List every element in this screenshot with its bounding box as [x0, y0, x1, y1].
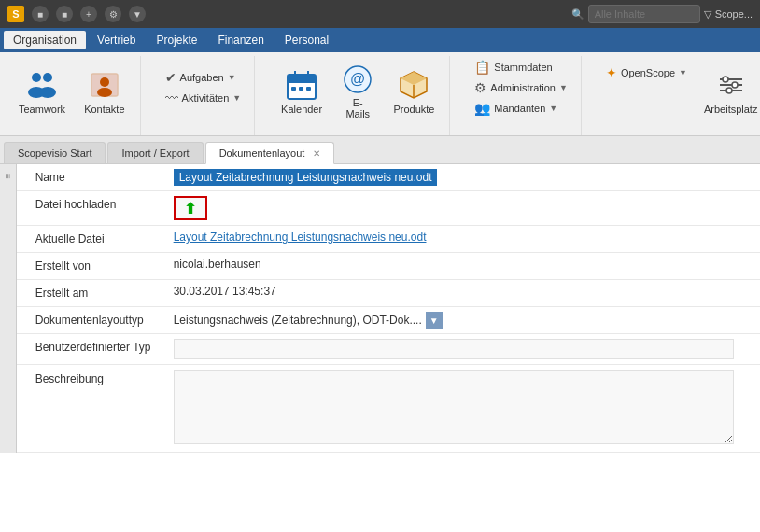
field-desc-value — [166, 365, 760, 453]
field-name-label: Name — [17, 164, 166, 191]
mandanten-icon: 👥 — [474, 101, 490, 116]
svg-point-6 — [97, 88, 112, 97]
add-btn[interactable]: + — [80, 6, 97, 22]
ribbon-group-comm: Kalender @ E-Mails — [266, 56, 450, 135]
produkte-btn[interactable]: Produkte — [387, 60, 443, 123]
menu-vertrieb[interactable]: Vertrieb — [88, 31, 145, 49]
field-name-value: Layout Zeitabrechnung Leistungsnachweis … — [166, 164, 760, 191]
upload-button[interactable]: ⬆ — [174, 196, 207, 220]
field-date-value: 30.03.2017 13:45:37 — [166, 280, 760, 307]
produkte-label: Produkte — [393, 104, 434, 115]
administration-arrow: ▼ — [559, 83, 568, 92]
ribbon-group-tasks: ✔ Aufgaben ▼ 〰 Aktivitäten ▼ — [152, 56, 256, 135]
menu-btn[interactable]: ▼ — [129, 6, 146, 22]
layouttype-dropdown: Leistungsnachweis (Zeitabrechnung), ODT-… — [174, 312, 753, 329]
stammdaten-btn[interactable]: 📋 Stammdaten — [469, 58, 573, 77]
kontakte-label: Kontakte — [84, 104, 124, 115]
field-current-file-row: Aktuelle Datei Layout Zeitabrechnung Lei… — [17, 226, 760, 253]
sidebar-label: ≡ — [3, 174, 13, 179]
search-icon: 🔍 — [571, 8, 584, 21]
aufgaben-icon: ✔ — [165, 70, 176, 85]
nav-back-btn[interactable]: ■ — [32, 6, 49, 22]
ribbon-group-main: Teamwork Kontakte — [4, 56, 141, 135]
field-desc-label: Beschreibung — [17, 365, 166, 453]
aktivitaten-btn[interactable]: 〰 Aktivitäten ▼ — [160, 89, 247, 107]
field-name-highlighted[interactable]: Layout Zeitabrechnung Leistungsnachweis … — [174, 169, 438, 186]
emails-btn[interactable]: @ E-Mails — [333, 60, 382, 123]
aufgaben-btn[interactable]: ✔ Aufgaben ▼ — [160, 68, 247, 87]
field-desc-row: Beschreibung — [17, 365, 760, 453]
svg-rect-12 — [299, 87, 303, 91]
content-wrapper: ≡ Name Layout Zeitabrechnung Leistungsna… — [0, 164, 760, 453]
nav-forward-btn[interactable]: ■ — [56, 6, 73, 22]
tab-dokumentenlayout[interactable]: Dokumentenlayout ✕ — [205, 142, 335, 164]
teamwork-btn[interactable]: Teamwork — [11, 60, 73, 123]
openscope-icon: ✦ — [606, 65, 617, 80]
tab-scopevisio[interactable]: Scopevisio Start — [4, 142, 106, 163]
app-icon: S — [7, 6, 24, 22]
arbeitsplatz-icon — [714, 68, 748, 102]
menu-projekte[interactable]: Projekte — [147, 31, 206, 49]
field-upload-value: ⬆ — [166, 191, 760, 226]
svg-point-1 — [43, 73, 52, 82]
desc-textarea[interactable] — [174, 370, 734, 444]
aktivitaten-label: Aktivitäten — [182, 92, 230, 104]
ribbon: Teamwork Kontakte ✔ Aufgaben ▼ — [0, 52, 760, 136]
svg-point-24 — [726, 88, 732, 93]
scope-label: Scope... — [715, 8, 753, 20]
arbeitsplatz-btn[interactable]: Arbeitsplatz — [697, 60, 760, 123]
layouttype-dropdown-arrow[interactable]: ▼ — [426, 312, 443, 329]
openscope-area: ✦ OpenScope ▼ — [600, 60, 693, 82]
ribbon-admin-small-group: 📋 Stammdaten ⚙ Administration ▼ 👥 Mandan… — [469, 56, 573, 119]
current-file-link[interactable]: Layout Zeitabrechnung Leistungsnachweis … — [174, 231, 427, 244]
stammdaten-label: Stammdaten — [494, 62, 552, 73]
administration-icon: ⚙ — [474, 80, 486, 95]
mandanten-label: Mandanten — [494, 103, 545, 114]
ribbon-group-admin: 📋 Stammdaten ⚙ Administration ▼ 👥 Mandan… — [461, 56, 582, 135]
field-date-label: Erstellt am — [17, 280, 166, 307]
field-author-value: nicolai.berhausen — [166, 253, 760, 280]
aktivitaten-icon: 〰 — [165, 91, 178, 105]
menu-personal[interactable]: Personal — [275, 31, 338, 49]
field-name-row: Name Layout Zeitabrechnung Leistungsnach… — [17, 164, 760, 191]
svg-point-3 — [39, 87, 56, 98]
field-customtype-value — [166, 334, 760, 365]
menu-finanzen[interactable]: Finanzen — [208, 31, 273, 49]
kalender-btn[interactable]: Kalender — [274, 60, 330, 123]
ribbon-group-items-scope: ✦ OpenScope ▼ Arbeitsplatz — [600, 56, 760, 135]
field-upload-label: Datei hochladen — [17, 191, 166, 226]
field-date-row: Erstellt am 30.03.2017 13:45:37 — [17, 280, 760, 307]
administration-btn[interactable]: ⚙ Administration ▼ — [469, 78, 573, 97]
kontakte-btn[interactable]: Kontakte — [77, 60, 132, 123]
aufgaben-label: Aufgaben — [180, 72, 224, 83]
menu-organisation[interactable]: Organisation — [4, 31, 86, 49]
mandanten-arrow: ▼ — [549, 104, 557, 113]
ribbon-group-scope: ✦ OpenScope ▼ Arbeitsplatz — [593, 56, 760, 135]
form-table: Name Layout Zeitabrechnung Leistungsnach… — [17, 164, 760, 453]
field-author-label: Erstellt von — [17, 253, 166, 280]
search-input[interactable] — [588, 5, 700, 23]
customtype-input[interactable] — [174, 339, 734, 359]
kalender-icon — [285, 68, 318, 102]
emails-icon: @ — [341, 63, 374, 95]
svg-rect-8 — [288, 75, 316, 83]
field-upload-row: Datei hochladen ⬆ — [17, 191, 760, 226]
field-current-file-value: Layout Zeitabrechnung Leistungsnachweis … — [166, 226, 760, 253]
teamwork-icon — [25, 68, 59, 102]
filter-icon: ▽ — [704, 8, 711, 21]
svg-text:@: @ — [350, 71, 365, 87]
svg-point-23 — [732, 82, 738, 88]
left-sidebar: ≡ — [0, 164, 17, 453]
field-layouttype-row: Dokumentenlayouttyp Leistungsnachweis (Z… — [17, 307, 760, 334]
openscope-label: OpenScope — [621, 67, 675, 78]
arbeitsplatz-label: Arbeitsplatz — [704, 104, 757, 115]
tab-import[interactable]: Import / Export — [107, 142, 203, 163]
svg-point-0 — [32, 73, 41, 82]
ribbon-group-items-comm: Kalender @ E-Mails — [274, 56, 442, 135]
layouttype-text: Leistungsnachweis (Zeitabrechnung), ODT-… — [174, 314, 422, 327]
openscope-btn[interactable]: ✦ OpenScope ▼ — [600, 63, 693, 82]
tab-close-btn[interactable]: ✕ — [313, 148, 320, 159]
settings-btn[interactable]: ⚙ — [105, 6, 121, 22]
mandanten-btn[interactable]: 👥 Mandanten ▼ — [469, 99, 573, 118]
field-customtype-label: Benutzerdefinierter Typ — [17, 334, 166, 365]
